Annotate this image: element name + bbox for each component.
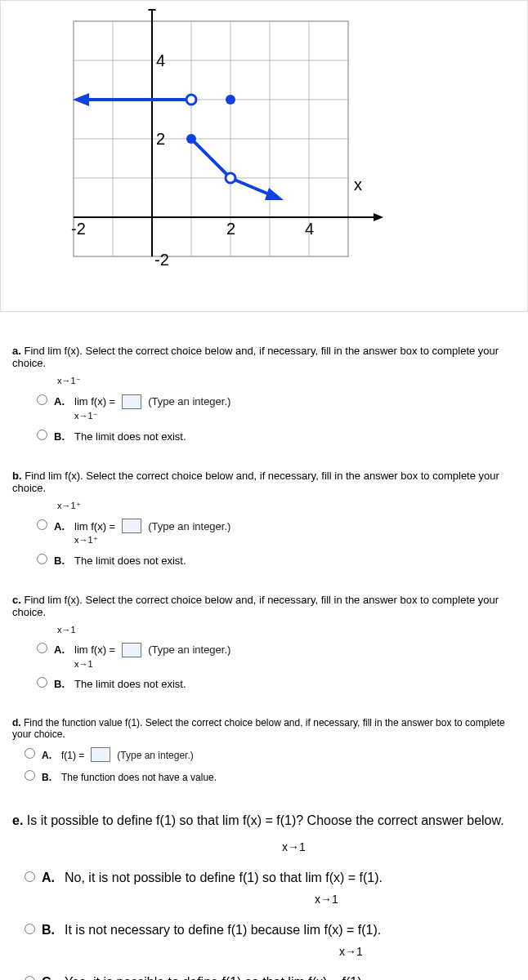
opt-a-A-pre: lim f(x) = [74,395,115,408]
opt-b-A-pre: lim f(x) = [74,520,115,532]
opt-d-A-pre: f(1) = [61,750,84,761]
hint-c: (Type an integer.) [148,644,230,656]
option-c-A[interactable]: A. lim f(x) = (Type an integer.) [37,641,516,657]
opt-a-A-sub: x→1⁻ [74,411,516,421]
opt-c-B: The limit does not exist. [74,678,186,690]
tick-x4: 4 [305,220,314,238]
prompt-a-text: Find lim f(x). Select the correct choice… [12,345,499,369]
opt-b-A-sub: x→1⁺ [74,535,516,546]
radio-d-A[interactable] [25,748,35,759]
answer-box-c[interactable] [122,643,141,657]
answer-box-d[interactable] [91,747,110,762]
svg-marker-24 [265,188,284,200]
option-b-B[interactable]: B. The limit does not exist. [37,552,516,567]
tick-y2: 2 [156,130,165,148]
prompt-a-sub: x→1⁻ [57,376,516,386]
radio-b-B[interactable] [37,554,47,564]
radio-e-B[interactable] [25,924,35,934]
prompt-e-sub: x→1 [282,838,516,856]
graph-panel: 4 2 -2 -2 2 4 x [0,0,528,312]
answer-box-b[interactable] [122,519,141,533]
option-c-B[interactable]: B. The limit does not exist. [37,675,516,690]
hint-d: (Type an integer.) [117,750,193,761]
hint-b: (Type an integer.) [148,520,230,532]
label-a: a. [12,345,21,357]
radio-c-B[interactable] [37,677,47,688]
tick-x2: 2 [226,220,235,238]
prompt-c-text: Find lim f(x). Select the correct choice… [12,594,499,618]
label-d: d. [12,717,21,728]
question-e: e. Is it possible to define f(1) so that… [0,802,528,980]
question-a: a. Find lim f(x). Select the correct cho… [0,336,528,461]
opt-c-A-sub: x→1 [74,659,516,669]
tick-x-neg2: -2 [71,220,86,238]
radio-a-A[interactable] [37,394,47,405]
svg-point-26 [226,173,235,183]
option-b-A[interactable]: A. lim f(x) = (Type an integer.) [37,518,516,534]
opt-a-B: The limit does not exist. [74,430,186,443]
prompt-b: b. Find lim f(x). Select the correct cho… [12,470,516,494]
option-a-A[interactable]: A. lim f(x) = (Type an integer.) [37,393,516,409]
prompt-e-text: Is it possible to define f(1) so that li… [27,813,504,827]
svg-marker-16 [148,9,156,11]
opt-e-B-sub: x→1 [339,942,516,960]
svg-line-22 [191,139,230,178]
prompt-a: a. Find lim f(x). Select the correct cho… [12,345,516,369]
label-c: c. [12,594,21,606]
opt-e-B: It is not necessary to define f(1) becau… [65,920,381,941]
label-b: b. [12,470,22,482]
svg-marker-19 [73,93,89,106]
radio-e-C[interactable] [25,976,35,980]
radio-a-B[interactable] [37,430,47,440]
axis-label-x: x [354,176,362,194]
radio-e-A[interactable] [25,871,35,882]
answer-box-a[interactable] [122,394,141,409]
question-d: d. Find the function value f(1). Select … [0,709,528,803]
opt-b-B: The limit does not exist. [74,555,186,567]
question-c: c. Find lim f(x). Select the correct cho… [0,586,528,709]
opt-e-A: No, it is not possible to define f(1) so… [65,867,383,889]
opt-e-C: Yes, it is possible to define f(1) so th… [65,972,365,980]
prompt-d-text: Find the function value f(1). Select the… [12,717,505,740]
opt-d-B: The function does not have a value. [61,772,217,783]
option-e-C[interactable]: C. Yes, it is possible to define f(1) so… [25,972,516,980]
option-a-B[interactable]: B. The limit does not exist. [37,428,516,443]
radio-d-B[interactable] [25,770,35,781]
radio-b-A[interactable] [37,519,47,530]
tick-y4: 4 [156,51,165,69]
prompt-b-text: Find lim f(x). Select the correct choice… [12,470,499,494]
svg-point-25 [186,134,196,144]
label-A: A. [54,395,65,408]
svg-point-21 [226,95,235,105]
option-e-A[interactable]: A. No, it is not possible to define f(1)… [25,867,516,889]
opt-e-A-sub: x→1 [315,890,516,908]
prompt-d: d. Find the function value f(1). Select … [12,717,516,740]
option-d-B[interactable]: B. The function does not have a value. [25,768,516,783]
question-b: b. Find lim f(x). Select the correct cho… [0,461,528,586]
prompt-c-sub: x→1 [57,625,516,635]
svg-marker-17 [374,213,383,221]
prompt-b-sub: x→1⁺ [57,501,516,511]
option-e-B[interactable]: B. It is not necessary to define f(1) be… [25,920,516,941]
opt-c-A-pre: lim f(x) = [74,644,115,656]
function-graph: 4 2 -2 -2 2 4 x [34,9,385,287]
radio-c-A[interactable] [37,643,47,653]
svg-point-20 [186,95,196,105]
label-e: e. [12,813,23,827]
tick-y-neg2: -2 [154,251,169,269]
option-d-A[interactable]: A. f(1) = (Type an integer.) [25,746,516,763]
hint-a: (Type an integer.) [148,395,230,408]
label-B: B. [54,430,65,443]
prompt-c: c. Find lim f(x). Select the correct cho… [12,594,516,618]
prompt-e: e. Is it possible to define f(1) so that… [12,810,516,831]
